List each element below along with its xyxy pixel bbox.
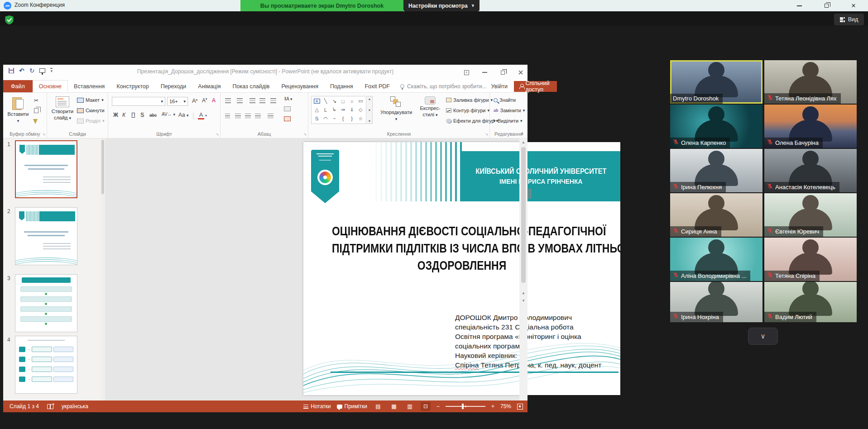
scroll-down-icon[interactable]: ▼ bbox=[368, 109, 371, 112]
shape-glyph[interactable]: △ bbox=[315, 107, 318, 113]
align-center-icon[interactable] bbox=[235, 114, 241, 119]
shrink-font-button[interactable]: A▾ bbox=[201, 97, 209, 104]
sign-in-button[interactable]: Увійти bbox=[491, 83, 508, 90]
font-name-combo[interactable]: ▾ bbox=[112, 97, 165, 106]
shape-glyph[interactable]: □ bbox=[341, 99, 345, 104]
shape-glyph[interactable]: ▭ bbox=[358, 98, 363, 104]
participant-tile[interactable]: Аліна Володимирівна ... bbox=[670, 238, 762, 281]
shape-glyph[interactable]: ⇓ bbox=[350, 107, 354, 113]
tab-основне[interactable]: Основне bbox=[33, 80, 68, 92]
zoom-percentage[interactable]: 75% bbox=[500, 403, 511, 410]
arrange-button[interactable]: Упорядкувати▾ bbox=[377, 96, 415, 122]
clear-formatting-button[interactable]: A bbox=[211, 97, 217, 104]
ppt-close-button[interactable]: ✕ bbox=[514, 67, 528, 77]
view-options-button[interactable]: Настройки просмотра ∨ bbox=[403, 0, 480, 11]
tab-подання[interactable]: Подання bbox=[324, 80, 359, 92]
next-slide-button[interactable]: ▼ bbox=[522, 297, 525, 305]
participant-tile[interactable]: Dmytro Doroshok bbox=[670, 60, 762, 104]
numbering-icon[interactable] bbox=[237, 98, 243, 103]
find-button[interactable]: Знайти bbox=[494, 97, 516, 103]
shape-glyph[interactable]: ~ bbox=[333, 116, 336, 121]
zoom-out-button[interactable]: − bbox=[436, 403, 440, 410]
shape-glyph[interactable]: ☆ bbox=[358, 116, 363, 122]
fit-slide-button[interactable] bbox=[517, 404, 523, 410]
shape-outline-button[interactable]: Контур фігури▾ bbox=[446, 108, 489, 113]
align-text-button[interactable] bbox=[284, 106, 291, 111]
participant-tile[interactable]: Вадим Лютий bbox=[764, 282, 857, 322]
convert-smartart-button[interactable] bbox=[284, 116, 291, 121]
restore-button[interactable] bbox=[819, 0, 834, 11]
increase-indent-icon[interactable] bbox=[259, 98, 265, 103]
tab-рецензування[interactable]: Рецензування bbox=[275, 80, 324, 92]
copy-icon[interactable] bbox=[34, 108, 38, 113]
align-right-icon[interactable] bbox=[245, 114, 251, 119]
shape-glyph[interactable]: ○ bbox=[350, 99, 354, 104]
slide-thumbnail-4[interactable]: →→→→ bbox=[15, 336, 77, 394]
gallery-more-icon[interactable]: ▼ bbox=[368, 119, 371, 123]
shape-glyph[interactable]: } bbox=[351, 116, 353, 121]
slide-thumbnail-3[interactable] bbox=[15, 274, 77, 332]
participant-tile[interactable]: Ірина Пелюхня bbox=[670, 149, 762, 192]
qat-customize-icon[interactable]: ▾ bbox=[50, 68, 53, 73]
undo-icon[interactable]: ↶ bbox=[19, 67, 24, 74]
spell-check-icon[interactable] bbox=[47, 404, 53, 409]
slideshow-button[interactable]: ⊡ bbox=[421, 402, 431, 411]
participant-tile[interactable]: Ірина Нохріна bbox=[670, 282, 762, 322]
tab-переходи[interactable]: Переходи bbox=[155, 80, 192, 92]
reading-view-button[interactable]: ▥ bbox=[405, 402, 415, 411]
zoom-slider[interactable] bbox=[446, 406, 485, 407]
ribbon-display-options-button[interactable]: ∧ bbox=[460, 67, 473, 77]
text-direction-button[interactable]: ‖A ▾ bbox=[283, 96, 294, 101]
grow-font-button[interactable]: A▴ bbox=[191, 97, 199, 104]
zoom-in-button[interactable]: + bbox=[491, 403, 494, 410]
ribbon-collapse-button[interactable]: ∧ bbox=[521, 131, 524, 136]
slide-canvas[interactable]: КИЇВСЬКИЙ СТОЛИЧНИЙ УНІВЕРСИТЕТ ІМЕНІ БО… bbox=[303, 142, 620, 395]
start-presentation-icon[interactable] bbox=[39, 68, 45, 73]
dialog-launcher-icon[interactable]: ↘ bbox=[216, 132, 219, 136]
select-button[interactable]: Виділити▾ bbox=[494, 118, 523, 124]
decrease-indent-icon[interactable] bbox=[249, 98, 255, 103]
share-button[interactable]: Спільний доступ bbox=[514, 81, 557, 92]
replace-button[interactable]: abЗамінити▾ bbox=[494, 108, 525, 113]
tab-конструктор[interactable]: Конструктор bbox=[110, 80, 154, 92]
shape-glyph[interactable]: S bbox=[315, 116, 318, 121]
ppt-restore-button[interactable] bbox=[496, 67, 509, 77]
font-size-combo[interactable]: 16+▾ bbox=[167, 97, 188, 106]
font-color-dropdown[interactable]: ▾ bbox=[205, 114, 207, 118]
italic-button[interactable]: К bbox=[121, 112, 127, 118]
reset-button[interactable]: Скинути bbox=[77, 108, 105, 113]
redo-icon[interactable]: ↻ bbox=[29, 67, 35, 74]
participant-tile[interactable]: Олена Карпенко bbox=[670, 105, 762, 148]
comments-button[interactable]: Примітки bbox=[337, 403, 367, 410]
columns-icon[interactable] bbox=[268, 114, 273, 119]
shape-glyph[interactable]: A bbox=[314, 99, 320, 104]
layout-button[interactable]: Макет▾ bbox=[77, 97, 104, 103]
new-slide-button[interactable]: Створити слайд ▾ bbox=[50, 96, 75, 121]
participant-tile[interactable]: Тетяна Леонідівна Лях bbox=[764, 60, 857, 104]
shape-glyph[interactable]: { bbox=[342, 116, 344, 121]
shapes-gallery[interactable]: A╲↘□○▭△L↳⇒⇓◇S◠~{}☆ bbox=[311, 96, 366, 124]
participant-tile[interactable]: Олена Бачуріна bbox=[764, 105, 857, 148]
panel-resize-handle[interactable] bbox=[528, 189, 532, 199]
shape-glyph[interactable]: ↘ bbox=[332, 98, 336, 104]
change-case-button[interactable]: Aa ▾ bbox=[177, 112, 190, 118]
minimize-button[interactable] bbox=[791, 0, 807, 11]
scroll-up-icon[interactable]: ▲ bbox=[368, 97, 371, 100]
participant-tile[interactable]: Тетяна Спіріна bbox=[764, 238, 857, 281]
text-shadow-button[interactable]: S bbox=[139, 112, 145, 118]
ppt-minimize-button[interactable] bbox=[478, 67, 491, 77]
slide-sorter-button[interactable]: ▦ bbox=[389, 402, 399, 411]
participant-tile[interactable]: Анастасія Котелевець bbox=[764, 149, 857, 192]
tab-foxit-pdf[interactable]: Foxit PDF bbox=[359, 80, 396, 92]
shape-glyph[interactable]: ◠ bbox=[323, 116, 328, 122]
slide-thumbnail-2[interactable] bbox=[15, 207, 77, 265]
slide-thumbnail-1[interactable] bbox=[15, 140, 77, 198]
participant-tile[interactable]: Євгенія Юревич bbox=[764, 193, 857, 237]
shape-glyph[interactable]: ╲ bbox=[324, 98, 327, 104]
tab-показ-слайдів[interactable]: Показ слайдів bbox=[227, 80, 276, 92]
dialog-launcher-icon[interactable]: ↘ bbox=[42, 132, 45, 136]
shape-fill-button[interactable]: Заливка фігури▾ bbox=[446, 97, 493, 103]
thumbnail-scrollbar[interactable] bbox=[101, 138, 105, 400]
tab-вставлення[interactable]: Вставлення bbox=[68, 80, 110, 92]
line-spacing-icon[interactable] bbox=[270, 98, 276, 103]
